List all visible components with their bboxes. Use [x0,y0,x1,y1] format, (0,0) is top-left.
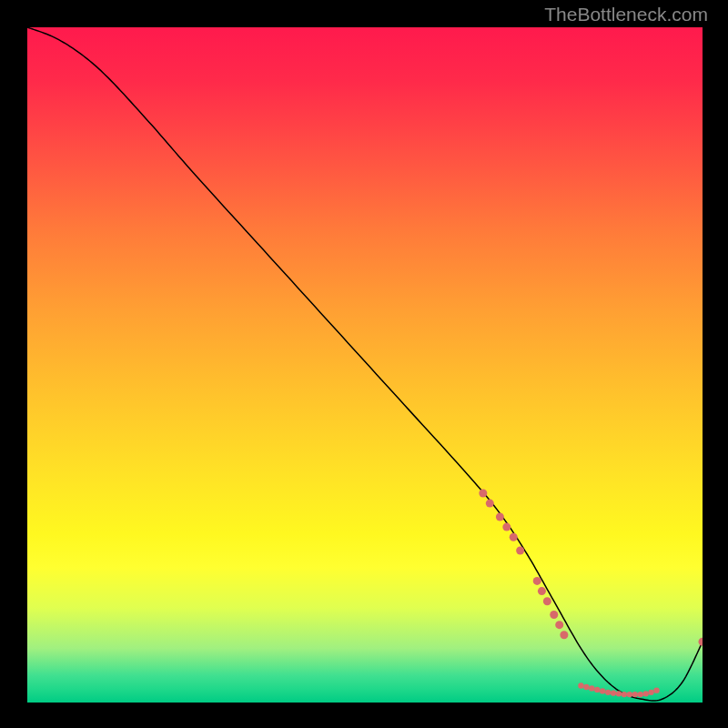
scatter-dot [496,512,504,521]
scatter-dot [594,687,600,693]
bottleneck-curve [27,27,703,701]
scatter-dot [510,533,518,541]
scatter-dot [550,611,558,619]
scatter-dot [627,692,632,697]
scatter-dot [583,684,589,690]
scatter-dot [543,597,551,605]
scatter-dots [479,489,703,697]
chart-overlay [27,27,703,703]
scatter-dot [533,577,541,585]
scatter-dot [560,631,568,639]
scatter-dot [578,682,583,688]
scatter-dot [502,523,511,531]
scatter-dot [486,500,494,508]
scatter-dot [605,690,611,695]
plot-area [27,27,703,703]
scatter-dot [616,691,622,696]
scatter-dot [600,688,605,693]
watermark-text: TheBottleneck.com [544,4,708,25]
scatter-dot [611,690,616,695]
scatter-dot [589,685,594,691]
scatter-dot [648,690,653,695]
scatter-dot [479,489,487,497]
scatter-dot [638,692,643,697]
scatter-dot [699,638,703,646]
scatter-dot [642,691,648,696]
scatter-dot [653,687,659,693]
scatter-dot [632,692,638,697]
scatter-dot [622,692,627,697]
scatter-dot [516,547,524,555]
scatter-dot [538,587,546,595]
scatter-dot [555,621,563,629]
